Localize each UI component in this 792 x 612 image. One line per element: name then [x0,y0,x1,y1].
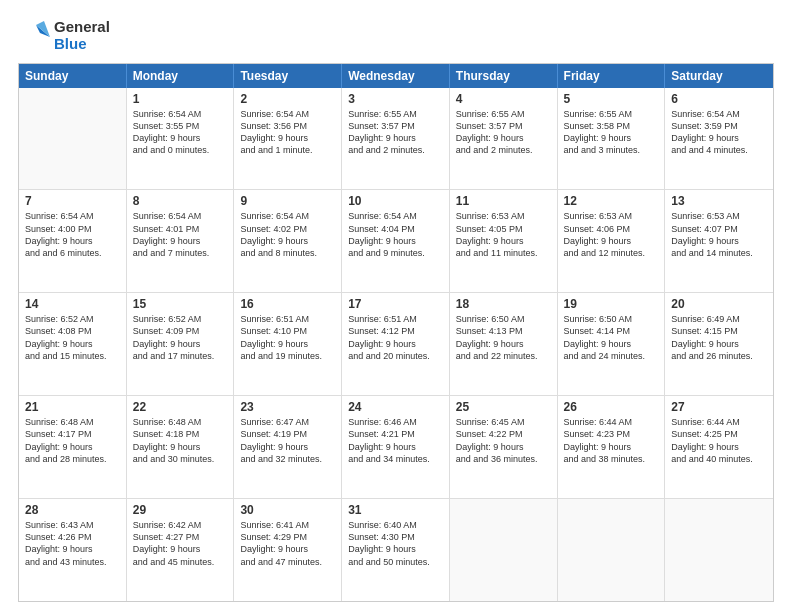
day-number: 27 [671,400,767,414]
calendar-row-5: 28Sunrise: 6:43 AMSunset: 4:26 PMDayligh… [19,498,773,601]
weekday-header-wednesday: Wednesday [342,64,450,88]
logo: General Blue [18,18,110,53]
day-number: 21 [25,400,120,414]
day-cell-14: 14Sunrise: 6:52 AMSunset: 4:08 PMDayligh… [19,293,127,395]
day-cell-9: 9Sunrise: 6:54 AMSunset: 4:02 PMDaylight… [234,190,342,292]
day-number: 2 [240,92,335,106]
day-cell-30: 30Sunrise: 6:41 AMSunset: 4:29 PMDayligh… [234,499,342,601]
calendar: SundayMondayTuesdayWednesdayThursdayFrid… [18,63,774,603]
day-details: Sunrise: 6:44 AMSunset: 4:25 PMDaylight:… [671,416,767,465]
empty-cell [450,499,558,601]
day-cell-25: 25Sunrise: 6:45 AMSunset: 4:22 PMDayligh… [450,396,558,498]
day-number: 31 [348,503,443,517]
day-number: 17 [348,297,443,311]
logo-blue: Blue [54,35,110,52]
day-number: 10 [348,194,443,208]
day-details: Sunrise: 6:52 AMSunset: 4:08 PMDaylight:… [25,313,120,362]
day-cell-21: 21Sunrise: 6:48 AMSunset: 4:17 PMDayligh… [19,396,127,498]
weekday-header-friday: Friday [558,64,666,88]
day-number: 1 [133,92,228,106]
day-number: 12 [564,194,659,208]
day-cell-26: 26Sunrise: 6:44 AMSunset: 4:23 PMDayligh… [558,396,666,498]
day-cell-29: 29Sunrise: 6:42 AMSunset: 4:27 PMDayligh… [127,499,235,601]
weekday-header-monday: Monday [127,64,235,88]
day-cell-18: 18Sunrise: 6:50 AMSunset: 4:13 PMDayligh… [450,293,558,395]
day-details: Sunrise: 6:49 AMSunset: 4:15 PMDaylight:… [671,313,767,362]
day-cell-20: 20Sunrise: 6:49 AMSunset: 4:15 PMDayligh… [665,293,773,395]
header: General Blue [18,18,774,53]
day-cell-2: 2Sunrise: 6:54 AMSunset: 3:56 PMDaylight… [234,88,342,190]
day-details: Sunrise: 6:54 AMSunset: 4:02 PMDaylight:… [240,210,335,259]
day-details: Sunrise: 6:54 AMSunset: 3:59 PMDaylight:… [671,108,767,157]
calendar-row-3: 14Sunrise: 6:52 AMSunset: 4:08 PMDayligh… [19,292,773,395]
day-number: 15 [133,297,228,311]
day-cell-13: 13Sunrise: 6:53 AMSunset: 4:07 PMDayligh… [665,190,773,292]
day-details: Sunrise: 6:54 AMSunset: 3:55 PMDaylight:… [133,108,228,157]
day-number: 16 [240,297,335,311]
day-details: Sunrise: 6:53 AMSunset: 4:06 PMDaylight:… [564,210,659,259]
logo-bird-icon [18,19,50,51]
day-details: Sunrise: 6:46 AMSunset: 4:21 PMDaylight:… [348,416,443,465]
day-cell-7: 7Sunrise: 6:54 AMSunset: 4:00 PMDaylight… [19,190,127,292]
day-details: Sunrise: 6:48 AMSunset: 4:18 PMDaylight:… [133,416,228,465]
day-details: Sunrise: 6:54 AMSunset: 4:04 PMDaylight:… [348,210,443,259]
day-cell-16: 16Sunrise: 6:51 AMSunset: 4:10 PMDayligh… [234,293,342,395]
day-number: 25 [456,400,551,414]
day-details: Sunrise: 6:42 AMSunset: 4:27 PMDaylight:… [133,519,228,568]
day-details: Sunrise: 6:50 AMSunset: 4:13 PMDaylight:… [456,313,551,362]
day-details: Sunrise: 6:47 AMSunset: 4:19 PMDaylight:… [240,416,335,465]
page: General Blue SundayMondayTuesdayWednesda… [0,0,792,612]
day-details: Sunrise: 6:54 AMSunset: 4:00 PMDaylight:… [25,210,120,259]
day-details: Sunrise: 6:54 AMSunset: 3:56 PMDaylight:… [240,108,335,157]
day-details: Sunrise: 6:44 AMSunset: 4:23 PMDaylight:… [564,416,659,465]
day-number: 18 [456,297,551,311]
day-cell-12: 12Sunrise: 6:53 AMSunset: 4:06 PMDayligh… [558,190,666,292]
day-number: 3 [348,92,443,106]
day-cell-19: 19Sunrise: 6:50 AMSunset: 4:14 PMDayligh… [558,293,666,395]
day-cell-24: 24Sunrise: 6:46 AMSunset: 4:21 PMDayligh… [342,396,450,498]
calendar-body: 1Sunrise: 6:54 AMSunset: 3:55 PMDaylight… [19,88,773,602]
day-details: Sunrise: 6:45 AMSunset: 4:22 PMDaylight:… [456,416,551,465]
day-cell-28: 28Sunrise: 6:43 AMSunset: 4:26 PMDayligh… [19,499,127,601]
calendar-row-2: 7Sunrise: 6:54 AMSunset: 4:00 PMDaylight… [19,189,773,292]
day-number: 6 [671,92,767,106]
day-cell-6: 6Sunrise: 6:54 AMSunset: 3:59 PMDaylight… [665,88,773,190]
day-cell-5: 5Sunrise: 6:55 AMSunset: 3:58 PMDaylight… [558,88,666,190]
day-cell-23: 23Sunrise: 6:47 AMSunset: 4:19 PMDayligh… [234,396,342,498]
logo-container: General Blue [18,18,110,53]
day-number: 28 [25,503,120,517]
day-cell-1: 1Sunrise: 6:54 AMSunset: 3:55 PMDaylight… [127,88,235,190]
day-number: 20 [671,297,767,311]
day-number: 23 [240,400,335,414]
weekday-header-saturday: Saturday [665,64,773,88]
logo-text: General Blue [54,18,110,53]
day-details: Sunrise: 6:41 AMSunset: 4:29 PMDaylight:… [240,519,335,568]
day-number: 5 [564,92,659,106]
day-number: 8 [133,194,228,208]
day-cell-31: 31Sunrise: 6:40 AMSunset: 4:30 PMDayligh… [342,499,450,601]
day-details: Sunrise: 6:55 AMSunset: 3:57 PMDaylight:… [456,108,551,157]
day-number: 30 [240,503,335,517]
day-cell-4: 4Sunrise: 6:55 AMSunset: 3:57 PMDaylight… [450,88,558,190]
day-number: 24 [348,400,443,414]
day-details: Sunrise: 6:54 AMSunset: 4:01 PMDaylight:… [133,210,228,259]
day-cell-3: 3Sunrise: 6:55 AMSunset: 3:57 PMDaylight… [342,88,450,190]
day-details: Sunrise: 6:50 AMSunset: 4:14 PMDaylight:… [564,313,659,362]
day-cell-10: 10Sunrise: 6:54 AMSunset: 4:04 PMDayligh… [342,190,450,292]
day-details: Sunrise: 6:53 AMSunset: 4:05 PMDaylight:… [456,210,551,259]
day-number: 22 [133,400,228,414]
weekday-header-sunday: Sunday [19,64,127,88]
weekday-header-thursday: Thursday [450,64,558,88]
logo-general: General [54,18,110,35]
day-details: Sunrise: 6:48 AMSunset: 4:17 PMDaylight:… [25,416,120,465]
day-details: Sunrise: 6:43 AMSunset: 4:26 PMDaylight:… [25,519,120,568]
weekday-header-tuesday: Tuesday [234,64,342,88]
calendar-row-4: 21Sunrise: 6:48 AMSunset: 4:17 PMDayligh… [19,395,773,498]
day-cell-17: 17Sunrise: 6:51 AMSunset: 4:12 PMDayligh… [342,293,450,395]
day-number: 11 [456,194,551,208]
day-number: 29 [133,503,228,517]
empty-cell [19,88,127,190]
day-details: Sunrise: 6:51 AMSunset: 4:10 PMDaylight:… [240,313,335,362]
calendar-row-1: 1Sunrise: 6:54 AMSunset: 3:55 PMDaylight… [19,88,773,190]
day-number: 13 [671,194,767,208]
